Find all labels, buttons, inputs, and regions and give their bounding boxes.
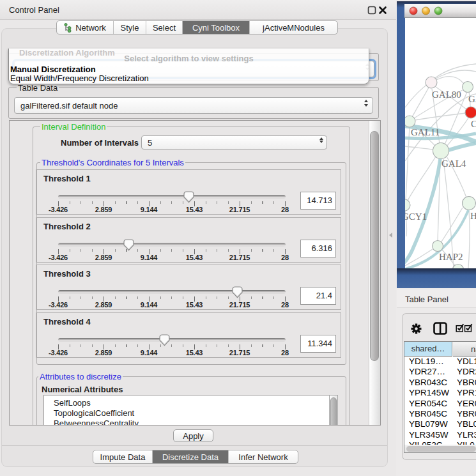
svg-text:CR: CR [471, 119, 476, 129]
svg-text:GA: GA [468, 94, 476, 104]
svg-text:HAP2: HAP2 [439, 252, 463, 262]
svg-text:GAL11: GAL11 [411, 127, 440, 137]
svg-text:GAL4: GAL4 [441, 158, 466, 169]
svg-text:GAL80: GAL80 [432, 89, 461, 100]
svg-text:HI: HI [470, 211, 476, 221]
svg-text:GCY1: GCY1 [405, 211, 427, 222]
